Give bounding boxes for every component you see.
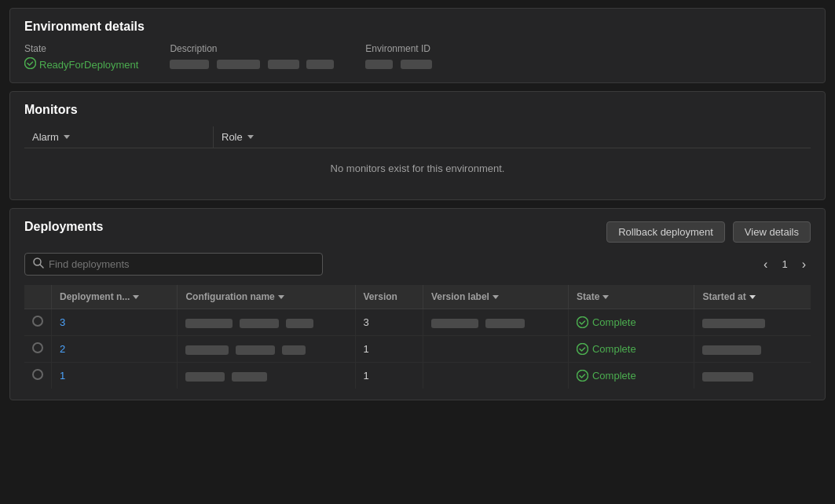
description-field: Description: [170, 43, 334, 71]
deployment-sort-icon: [133, 295, 139, 299]
description-value: [170, 57, 334, 69]
version-cell: 1: [355, 336, 423, 363]
version-label-cell: [423, 336, 568, 363]
deployment-link[interactable]: 3: [60, 316, 65, 328]
status-complete: Complete: [577, 316, 686, 329]
deployment-id-cell: 1: [52, 363, 178, 389]
status-complete: Complete: [577, 370, 686, 382]
started-at-cell: [694, 309, 811, 336]
search-icon: [33, 257, 44, 271]
svg-point-5: [577, 371, 588, 382]
alarm-dropdown-icon: [64, 135, 70, 139]
deployments-table: Deployment n... Configuration name Versi…: [24, 285, 811, 389]
state-value: ReadyForDeployment: [24, 57, 138, 71]
th-version-label[interactable]: Version label: [423, 285, 568, 309]
config-name-cell: [178, 309, 355, 336]
th-version-label-text: Version label: [431, 291, 489, 302]
check-icon: [24, 57, 36, 71]
th-state-label: State: [577, 291, 599, 302]
th-select: [24, 285, 52, 309]
complete-icon: [577, 370, 589, 382]
complete-icon: [577, 343, 589, 356]
th-started-at-label: Started at: [702, 291, 745, 302]
role-filter[interactable]: Role: [213, 126, 811, 148]
svg-line-2: [40, 265, 43, 268]
state-label: State: [24, 43, 138, 54]
started-at-sort-icon: [749, 295, 756, 299]
role-dropdown-icon: [247, 135, 254, 139]
monitors-filter-row: Alarm Role: [24, 126, 811, 148]
deployment-id-cell: 2: [52, 336, 178, 363]
env-id-label: Environment ID: [365, 43, 432, 54]
state-value-label: Complete: [592, 316, 636, 328]
version-label-sort-icon: [493, 295, 499, 299]
svg-point-4: [577, 344, 588, 355]
rollback-deployment-button[interactable]: Rollback deployment: [606, 221, 725, 243]
config-name-cell: [178, 363, 355, 389]
config-name-cell: [178, 336, 355, 363]
svg-point-0: [25, 58, 36, 69]
prev-page-button[interactable]: ‹: [759, 256, 772, 273]
radio-button[interactable]: [32, 316, 43, 327]
no-monitors-message: No monitors exist for this environment.: [24, 148, 811, 188]
radio-button[interactable]: [32, 369, 43, 380]
deployments-header: Deployments Rollback deployment View det…: [24, 220, 811, 243]
pagination: ‹ 1 ›: [759, 256, 811, 273]
deployment-link[interactable]: 2: [60, 343, 65, 355]
version-label-cell: [423, 363, 568, 389]
env-details-title: Environment details: [24, 20, 811, 34]
monitors-title: Monitors: [24, 103, 811, 117]
table-row: 3 3: [24, 309, 811, 336]
env-id-value: [365, 57, 432, 69]
table-row: 1 1 Complete: [24, 363, 811, 389]
complete-icon: [577, 316, 589, 329]
svg-point-3: [577, 317, 588, 328]
state-value-label: Complete: [592, 343, 636, 355]
table-header-row: Deployment n... Configuration name Versi…: [24, 285, 811, 309]
th-deployment-name[interactable]: Deployment n...: [52, 285, 178, 309]
config-sort-icon: [278, 295, 284, 299]
state-sort-icon: [602, 295, 609, 299]
role-filter-label: Role: [222, 131, 243, 143]
environment-details-section: Environment details State ReadyForDeploy…: [9, 8, 826, 83]
th-config-name-label: Configuration name: [185, 291, 274, 302]
status-complete: Complete: [577, 343, 686, 356]
th-config-name[interactable]: Configuration name: [178, 285, 355, 309]
state-value-label: Complete: [592, 370, 636, 382]
state-cell: Complete: [568, 309, 694, 336]
row-select-cell[interactable]: [24, 363, 52, 389]
alarm-filter[interactable]: Alarm: [24, 126, 213, 148]
deployment-id-cell: 3: [52, 309, 178, 336]
row-select-cell[interactable]: [24, 309, 52, 336]
view-details-button[interactable]: View details: [733, 221, 811, 243]
env-id-field: Environment ID: [365, 43, 432, 71]
deploy-actions: Rollback deployment View details: [606, 221, 811, 243]
started-at-cell: [694, 336, 811, 363]
state-field: State ReadyForDeployment: [24, 43, 138, 71]
monitors-section: Monitors Alarm Role No monitors exist fo…: [9, 91, 826, 200]
th-state[interactable]: State: [568, 285, 694, 309]
radio-button[interactable]: [32, 342, 43, 353]
row-select-cell[interactable]: [24, 336, 52, 363]
started-at-cell: [694, 363, 811, 389]
th-started-at[interactable]: Started at: [694, 285, 811, 309]
th-version-label: Version: [364, 291, 397, 302]
state-cell: Complete: [568, 363, 694, 389]
deployment-link[interactable]: 1: [60, 370, 65, 382]
search-box[interactable]: [24, 253, 323, 276]
th-version[interactable]: Version: [355, 285, 423, 309]
alarm-filter-label: Alarm: [32, 131, 59, 143]
table-row: 2 1: [24, 336, 811, 363]
description-label: Description: [170, 43, 334, 54]
next-page-button[interactable]: ›: [797, 256, 811, 273]
version-cell: 3: [355, 309, 423, 336]
env-details-grid: State ReadyForDeployment Description: [24, 43, 811, 71]
state-cell: Complete: [568, 336, 694, 363]
deployments-title: Deployments: [24, 220, 103, 234]
search-row: ‹ 1 ›: [24, 253, 811, 276]
search-input[interactable]: [49, 258, 314, 270]
page-number: 1: [777, 257, 792, 272]
th-deployment-name-label: Deployment n...: [60, 291, 130, 302]
version-label-cell: [423, 309, 568, 336]
deployments-section: Deployments Rollback deployment View det…: [9, 208, 826, 400]
